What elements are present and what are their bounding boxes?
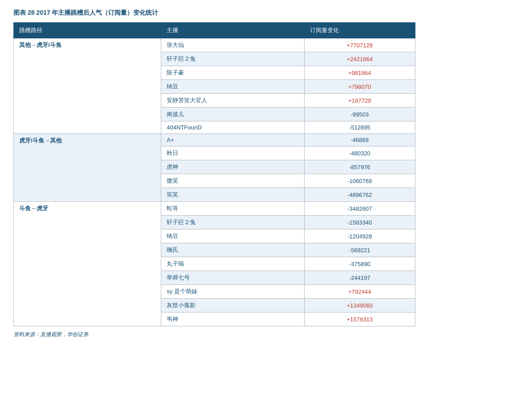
change-cell: -1204928 [304,229,415,243]
streamer-cell: 韦神 [161,313,304,326]
streamer-cell: 灰世小孤影 [161,299,304,313]
change-cell: +2421864 [304,52,415,66]
table-row: 其他→虎牙/斗鱼张大仙+7707128 [14,38,415,52]
change-cell: +792444 [304,285,415,299]
streamer-cell: 安静苦笑大官人 [161,94,304,108]
path-cell: 斗鱼↔虎牙 [14,202,161,326]
change-cell: -99503 [304,108,415,121]
path-cell: 虎牙/斗鱼→其他 [14,134,161,202]
change-cell: -569221 [304,243,415,257]
change-cell: -375890 [304,257,415,271]
streamer-cell: 纳豆 [161,229,304,243]
streamer-cell: 微笑 [161,174,304,188]
change-cell: -3482607 [304,202,415,216]
col-header-path: 跳槽路径 [14,23,161,38]
change-cell: -244197 [304,271,415,285]
streamer-cell: 嗨氏 [161,243,304,257]
streamer-cell: 张大仙 [161,38,304,52]
streamer-cell: 举师七号 [161,271,304,285]
change-cell: +798070 [304,80,415,94]
table-row: 虎牙/斗鱼→其他A+-46868 [14,134,415,146]
change-cell: -512895 [304,121,415,134]
streamer-cell: 南波儿 [161,108,304,121]
streamer-cell: 虎神 [161,160,304,174]
streamer-cell: 秋日 [161,146,304,160]
streamer-cell: 陈子豪 [161,66,304,80]
change-cell: -1583340 [304,216,415,229]
main-table: 跳槽路径 主播 订阅量变化 其他→虎牙/斗鱼张大仙+7707128轩子巨２兔+2… [13,22,415,326]
streamer-cell: 笑笑 [161,188,304,202]
footer-note: 资料来源：直播观察，华创证券 [13,331,519,338]
change-cell: -480320 [304,146,415,160]
page-title: 图表 28 2017 年主播跳槽后人气（订阅量）变化统计 [13,9,519,17]
change-cell: -46868 [304,134,415,146]
path-cell: 其他→虎牙/斗鱼 [14,38,161,134]
streamer-cell: sy 是个萌妹 [161,285,304,299]
change-cell: -1060768 [304,174,415,188]
col-header-streamer: 主播 [161,23,304,38]
streamer-cell: 轩子巨２兔 [161,216,304,229]
streamer-cell: A+ [161,134,304,146]
streamer-cell: 蛇哥 [161,202,304,216]
change-cell: -4896762 [304,188,415,202]
streamer-cell: 丸子嗡 [161,257,304,271]
change-cell: -857976 [304,160,415,174]
streamer-cell: 404NTFounD [161,121,304,134]
col-header-change: 订阅量变化 [304,23,415,38]
change-cell: +981964 [304,66,415,80]
change-cell: +7707128 [304,38,415,52]
streamer-cell: 轩子巨２兔 [161,52,304,66]
change-cell: +187729 [304,94,415,108]
change-cell: +1349060 [304,299,415,313]
change-cell: +1578313 [304,313,415,326]
streamer-cell: 纳豆 [161,80,304,94]
table-row: 斗鱼↔虎牙蛇哥-3482607 [14,202,415,216]
